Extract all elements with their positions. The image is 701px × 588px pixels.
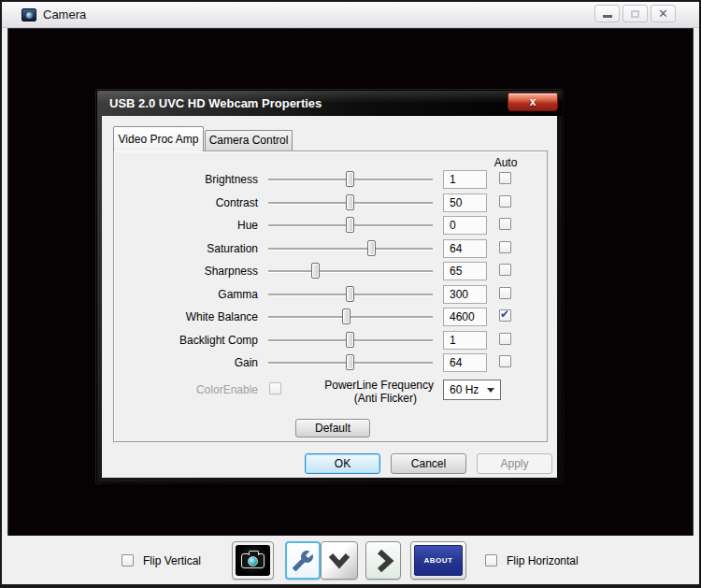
powerline-frequency-label: PowerLine Frequency (Anti Flicker) (282, 379, 434, 405)
auto-checkbox[interactable] (499, 241, 511, 253)
slider-thumb[interactable] (367, 240, 376, 256)
app-window: Camera ✕ Flip Vertical (0, 0, 701, 588)
slider-value-input[interactable]: 4600 (443, 308, 487, 326)
slider[interactable] (268, 329, 433, 351)
slider-label: Brightness (114, 168, 258, 191)
auto-column-header: Auto (486, 156, 525, 169)
slider-row: Brightness 1 (114, 168, 547, 191)
start-button[interactable] (365, 541, 401, 580)
slider-value-input[interactable]: 300 (443, 285, 487, 304)
auto-checkbox[interactable] (499, 333, 511, 345)
slider-row: Hue 0 (114, 214, 547, 237)
settings-button[interactable] (285, 541, 321, 580)
video-proc-amp-pane: Auto Brightness 1 Contrast 50 Hue 0 Satu… (113, 151, 548, 442)
slider-thumb[interactable] (346, 217, 354, 233)
dropdown-arrow-icon (487, 388, 494, 393)
auto-checkbox[interactable] (499, 309, 511, 322)
slider-row: Saturation 64 (114, 237, 547, 260)
auto-checkbox[interactable] (499, 172, 511, 184)
window-titlebar: Camera ✕ (2, 2, 699, 28)
cancel-button[interactable]: Cancel (391, 453, 466, 474)
close-button[interactable]: ✕ (651, 5, 676, 22)
slider-label: White Balance (114, 306, 258, 328)
slider-row: White Balance 4600 (114, 306, 547, 328)
slider-value-input[interactable]: 0 (443, 216, 487, 235)
slider[interactable] (268, 168, 433, 191)
close-icon: ✕ (658, 7, 668, 20)
slider-thumb[interactable] (346, 194, 354, 210)
tab-video-proc-amp[interactable]: Video Proc Amp (113, 126, 204, 151)
snapshot-button[interactable] (232, 541, 274, 580)
slider-value-input[interactable]: 64 (443, 353, 487, 372)
slider-value-input[interactable]: 65 (443, 262, 487, 280)
powerline-frequency-dropdown[interactable]: 60 Hz (443, 380, 501, 400)
slider-row: Backlight Comp 1 (114, 329, 547, 351)
expand-button[interactable] (321, 541, 358, 580)
auto-checkbox[interactable] (499, 264, 511, 276)
auto-checkbox[interactable] (499, 287, 511, 299)
slider-label: Hue (114, 214, 258, 237)
camera-icon (236, 545, 270, 576)
color-enable-checkbox[interactable] (269, 382, 281, 394)
flip-horizontal-checkbox[interactable] (485, 554, 497, 566)
webcam-properties-dialog: USB 2.0 UVC HD Webcam Properties x Video… (96, 90, 563, 483)
about-button-label: ABOUT (414, 545, 463, 576)
dialog-title: USB 2.0 UVC HD Webcam Properties (109, 96, 322, 110)
slider[interactable] (268, 283, 433, 306)
slider-row: Gain 64 (114, 351, 547, 374)
slider-label: Backlight Comp (114, 329, 258, 351)
slider-track (268, 270, 433, 272)
auto-checkbox[interactable] (499, 195, 511, 208)
slider[interactable] (268, 351, 433, 374)
slider-row: Contrast 50 (114, 192, 547, 214)
slider-thumb[interactable] (311, 263, 320, 279)
flip-vertical-checkbox[interactable] (122, 554, 134, 566)
auto-checkbox[interactable] (499, 355, 511, 367)
window-title: Camera (43, 7, 86, 22)
slider-label: Saturation (114, 237, 258, 260)
wrench-icon (292, 550, 314, 572)
slider-thumb[interactable] (342, 308, 350, 324)
chevron-right-icon (372, 548, 394, 574)
default-button[interactable]: Default (295, 419, 370, 437)
color-enable-label: ColorEnable (114, 382, 258, 397)
slider-label: Contrast (114, 192, 258, 214)
slider-thumb[interactable] (346, 332, 354, 348)
slider-value-input[interactable]: 1 (443, 170, 487, 189)
minimize-button[interactable] (594, 5, 620, 22)
about-button[interactable]: ABOUT (410, 541, 466, 580)
bottom-toolbar: Flip Vertical ABOUT Flip Horizontal (2, 536, 699, 584)
slider-thumb[interactable] (346, 286, 354, 302)
camera-app-icon (21, 8, 36, 22)
flip-vertical-label: Flip Vertical (143, 554, 201, 567)
slider-row: Gamma 300 (114, 283, 547, 306)
slider-thumb[interactable] (346, 171, 354, 187)
slider-value-input[interactable]: 64 (443, 239, 487, 258)
slider-value-input[interactable]: 50 (443, 194, 487, 212)
powerline-frequency-value: 60 Hz (450, 383, 479, 396)
auto-checkbox[interactable] (499, 218, 511, 230)
slider-value-input[interactable]: 1 (443, 331, 487, 350)
flip-horizontal-label: Flip Horizontal (507, 554, 579, 567)
slider-label: Gamma (114, 283, 258, 306)
slider[interactable] (268, 214, 433, 237)
dialog-content: Video Proc Amp Camera Control Auto Brigh… (102, 116, 557, 478)
slider-label: Gain (114, 351, 258, 374)
minimize-icon (603, 15, 612, 18)
slider[interactable] (268, 237, 433, 260)
maximize-button[interactable] (622, 5, 648, 22)
maximize-icon (631, 10, 639, 18)
slider[interactable] (268, 306, 433, 328)
tab-camera-control[interactable]: Camera Control (205, 130, 293, 151)
slider-row: Sharpness 65 (114, 260, 547, 282)
slider-thumb[interactable] (346, 354, 354, 370)
ok-button[interactable]: OK (305, 453, 380, 474)
dialog-titlebar: USB 2.0 UVC HD Webcam Properties (97, 91, 562, 116)
window-controls: ✕ (594, 5, 676, 22)
chevron-down-icon (326, 550, 352, 572)
slider[interactable] (268, 260, 433, 282)
slider-track (268, 248, 433, 250)
slider[interactable] (268, 192, 433, 214)
dialog-close-button[interactable]: x (508, 93, 558, 111)
slider-label: Sharpness (114, 260, 258, 282)
